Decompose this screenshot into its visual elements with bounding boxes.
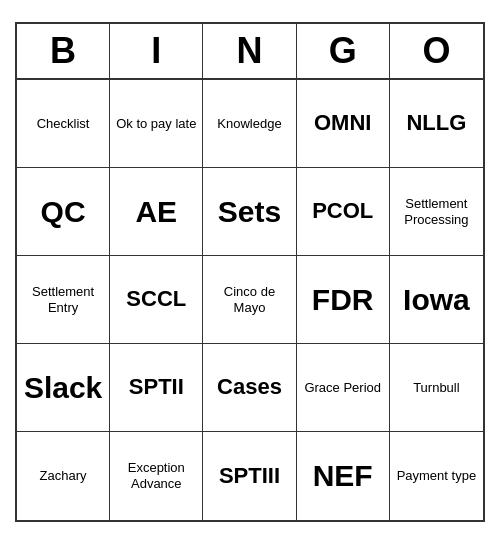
bingo-cell: Ok to pay late — [110, 80, 203, 168]
header-letter: B — [17, 24, 110, 78]
bingo-cell: Slack — [17, 344, 110, 432]
bingo-cell: Grace Period — [297, 344, 390, 432]
bingo-header: BINGO — [17, 24, 483, 80]
bingo-cell: SPTII — [110, 344, 203, 432]
bingo-cell: NLLG — [390, 80, 483, 168]
bingo-cell: Cases — [203, 344, 296, 432]
bingo-cell: QC — [17, 168, 110, 256]
bingo-cell: SCCL — [110, 256, 203, 344]
bingo-cell: Payment type — [390, 432, 483, 520]
bingo-cell: PCOL — [297, 168, 390, 256]
bingo-cell: Iowa — [390, 256, 483, 344]
header-letter: I — [110, 24, 203, 78]
bingo-cell: Turnbull — [390, 344, 483, 432]
bingo-cell: NEF — [297, 432, 390, 520]
bingo-cell: Zachary — [17, 432, 110, 520]
bingo-cell: Settlement Entry — [17, 256, 110, 344]
bingo-cell: Settlement Processing — [390, 168, 483, 256]
bingo-cell: Sets — [203, 168, 296, 256]
header-letter: N — [203, 24, 296, 78]
bingo-cell: OMNI — [297, 80, 390, 168]
bingo-card: BINGO ChecklistOk to pay lateKnowledgeOM… — [15, 22, 485, 522]
bingo-cell: FDR — [297, 256, 390, 344]
bingo-cell: SPTIII — [203, 432, 296, 520]
bingo-cell: Exception Advance — [110, 432, 203, 520]
header-letter: G — [297, 24, 390, 78]
bingo-grid: ChecklistOk to pay lateKnowledgeOMNINLLG… — [17, 80, 483, 520]
header-letter: O — [390, 24, 483, 78]
bingo-cell: Knowledge — [203, 80, 296, 168]
bingo-cell: Cinco de Mayo — [203, 256, 296, 344]
bingo-cell: AE — [110, 168, 203, 256]
bingo-cell: Checklist — [17, 80, 110, 168]
